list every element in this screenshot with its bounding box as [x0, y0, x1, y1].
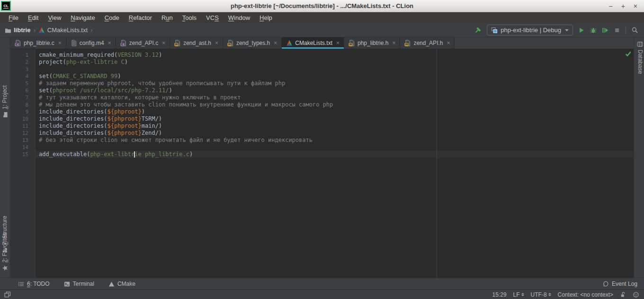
line-number: 14 — [10, 144, 35, 151]
toolwindow-button-cmake[interactable]: CMake — [108, 281, 135, 287]
tab-close-icon[interactable]: × — [447, 40, 450, 46]
tab-close-icon[interactable]: × — [336, 40, 340, 46]
debug-button[interactable] — [590, 27, 597, 34]
menu-help[interactable]: Help — [255, 14, 277, 21]
build-hammer-icon[interactable] — [474, 26, 482, 34]
code-line-6[interactable]: set(phproot /usr/local/src/php-7.2.11/) — [36, 87, 634, 94]
tab-CMakeLists.txt[interactable]: CMakeLists.txt× — [282, 37, 344, 49]
tab-close-icon[interactable]: × — [58, 40, 62, 46]
menu-label: Edit — [28, 14, 38, 21]
code-line-8[interactable]: # мы делаем это чтобы заставить clion по… — [36, 101, 634, 108]
toolwindow-button-event-log[interactable]: Event Log — [602, 281, 644, 287]
code-line-2[interactable]: project(php-ext-libtrie C) — [36, 59, 634, 66]
code-token: project( — [39, 59, 66, 65]
readonly-lock-icon[interactable] — [620, 291, 626, 298]
breadcrumb-CMakeLists.txt[interactable]: CMakeLists.txt — [38, 26, 88, 34]
tab-close-icon[interactable]: × — [162, 40, 165, 46]
code-line-12[interactable]: include_directories(${phproot}Zend/) — [36, 130, 634, 137]
code-line-11[interactable]: include_directories(${phproot}main/) — [36, 123, 634, 130]
menu-tools[interactable]: Tools — [178, 14, 201, 21]
c-file-icon: C — [120, 40, 127, 46]
code-line-3[interactable] — [36, 66, 634, 73]
tool-stripe-button-database[interactable]: Database — [637, 41, 644, 74]
code-line-1[interactable]: cmake_minimum_required(VERSION 3.12) — [36, 52, 634, 59]
menu-view[interactable]: View — [43, 14, 66, 21]
tab-zend_types.h[interactable]: Hzend_types.h× — [223, 37, 282, 49]
menu-label: Window — [228, 14, 250, 21]
minimize-button[interactable]: − — [608, 3, 612, 9]
code-token: php-ext-libtr — [90, 151, 134, 158]
stripe-label: 2: Favorites — [1, 233, 8, 263]
code-token: ) — [159, 52, 162, 58]
inspection-ok-icon[interactable] — [625, 50, 632, 57]
tab-zend_API.h[interactable]: Hzend_API.h× — [400, 37, 455, 49]
clion-logo-icon: CL — [1, 1, 11, 11]
editor[interactable]: 123456789101112131415 cmake_minimum_requ… — [10, 49, 634, 278]
code-token: TSRM/) — [142, 115, 162, 122]
code-line-13[interactable]: # без этой строки clion не сможет прочит… — [36, 137, 634, 144]
breadcrumb-chevron-icon: › — [33, 26, 35, 34]
tab-close-icon[interactable]: × — [392, 40, 395, 46]
text-file-icon — [71, 40, 77, 46]
line-separator-select[interactable]: LF — [513, 291, 524, 298]
maximize-button[interactable]: + — [621, 3, 625, 9]
tab-close-icon[interactable]: × — [108, 40, 111, 46]
search-everywhere-icon[interactable] — [631, 26, 638, 34]
tool-stripe-button-favorites[interactable]: 2: Favorites — [1, 233, 8, 271]
menu-window[interactable]: Window — [224, 14, 255, 21]
menu-label: Tools — [182, 14, 197, 21]
stripe-label: 1: Project — [1, 85, 8, 109]
menu-code[interactable]: Code — [100, 14, 124, 21]
run-configuration-select[interactable]: php-ext-libtrie | Debug — [487, 25, 573, 35]
menu-run[interactable]: Run — [157, 14, 178, 21]
code-area[interactable]: cmake_minimum_required(VERSION 3.12)proj… — [36, 49, 634, 278]
code-line-7[interactable]: # тут указываются каталоги, которые нужн… — [36, 94, 634, 101]
breadcrumb-libtrie[interactable]: libtrie — [5, 26, 30, 34]
toolwindow-button-terminal[interactable]: Terminal — [64, 281, 94, 287]
database-icon — [637, 41, 644, 47]
menu-label: Help — [259, 14, 272, 21]
menu-edit[interactable]: Edit — [23, 14, 43, 21]
code-line-9[interactable]: include_directories(${phproot}) — [36, 108, 634, 115]
tab-close-icon[interactable]: × — [215, 40, 218, 46]
code-line-14[interactable] — [36, 144, 634, 151]
status-bar: 15:29 LF UTF-8 Context: <no context> — [0, 290, 644, 299]
cmake-mono-icon — [108, 281, 115, 287]
code-line-15[interactable]: add_executable(php-ext-libtrie php_libtr… — [36, 151, 634, 158]
tab-close-icon[interactable]: × — [274, 40, 277, 46]
menu-file[interactable]: File — [4, 14, 23, 21]
toolwindow-label: 6: TODO — [27, 281, 50, 287]
menu-label: VCS — [206, 14, 219, 21]
tab-zend_API.c[interactable]: Czend_API.c× — [116, 37, 170, 49]
code-line-5[interactable]: # задаем переменную phproot, чтобы удобн… — [36, 80, 634, 87]
menu-refactor[interactable]: Refactor — [124, 14, 157, 21]
tab-zend_ast.h[interactable]: Hzend_ast.h× — [170, 37, 223, 49]
menu-label: Code — [105, 14, 119, 21]
menu-label: Run — [161, 14, 173, 21]
stop-button — [614, 27, 620, 34]
close-button[interactable]: × — [634, 3, 637, 9]
run-button[interactable] — [578, 27, 585, 34]
encoding-select[interactable]: UTF-8 — [531, 291, 551, 298]
resolve-context[interactable]: Context: <no context> — [558, 291, 613, 298]
menu-vcs[interactable]: VCS — [201, 14, 224, 21]
code-token: php-ext-libtrie C — [66, 59, 125, 65]
todo-icon — [18, 281, 24, 287]
code-line-4[interactable]: set(CMAKE_C_STANDARD 99) — [36, 73, 634, 80]
tool-stripe-button-project[interactable]: 1: Project — [1, 85, 8, 118]
menu-navigate[interactable]: Navigate — [66, 14, 99, 21]
run-with-coverage-button[interactable] — [602, 27, 608, 34]
tab-php_libtrie.c[interactable]: Cphp_libtrie.c× — [10, 37, 66, 49]
code-token: include_directories( — [39, 115, 107, 122]
line-number: 15 — [10, 151, 35, 158]
toolwindow-button-todo[interactable]: 6: TODO — [18, 281, 50, 287]
code-line-10[interactable]: include_directories(${phproot}TSRM/) — [36, 115, 634, 123]
tab-php_libtrie.h[interactable]: Hphp_libtrie.h× — [344, 37, 400, 49]
tab-config.m4[interactable]: config.m4× — [66, 37, 116, 49]
toolwindow-switcher-icon[interactable] — [4, 291, 11, 298]
tab-label: zend_types.h — [236, 40, 270, 46]
caret-position[interactable]: 15:29 — [492, 291, 507, 298]
hector-inspector-icon[interactable] — [633, 291, 639, 298]
breadcrumb-chevron-icon: › — [90, 26, 92, 34]
stripe-label: Database — [637, 50, 644, 74]
